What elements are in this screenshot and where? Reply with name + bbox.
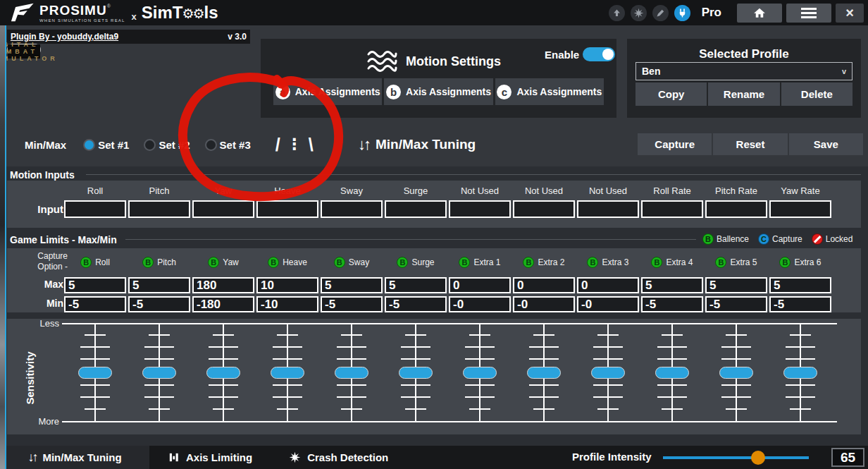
min-extra-2-box[interactable]: -0	[513, 296, 575, 312]
plug-icon[interactable]	[674, 5, 690, 21]
game-video-thumbnail[interactable]: DIGITAL COMBAT SIMULATOR DCS	[7, 44, 41, 56]
max-heave-box[interactable]: 10	[256, 277, 318, 293]
input-box-pitch-1[interactable]	[128, 200, 190, 218]
slider-thumb[interactable]	[206, 367, 240, 379]
set-radio-1[interactable]: Set #1	[83, 139, 129, 151]
capture-option-extra-6[interactable]: BExtra 6	[768, 257, 833, 268]
min-extra-6-box[interactable]: -5	[769, 296, 831, 312]
balance-icon[interactable]: B	[80, 257, 92, 268]
balance-icon[interactable]: B	[651, 257, 662, 268]
profile-dropdown[interactable]: Ben v	[636, 62, 852, 80]
capture-option-sway[interactable]: BSway	[319, 257, 384, 268]
tab-min-max-tuning[interactable]: ↓↑Min/Max Tuning	[0, 446, 149, 469]
burst-icon[interactable]	[631, 5, 647, 21]
upload-icon[interactable]	[609, 5, 625, 21]
axis-assignments-button-b[interactable]: bAxis Assignments	[384, 78, 492, 105]
slider-thumb[interactable]	[399, 367, 433, 379]
input-box-heave-3[interactable]	[256, 200, 318, 218]
sensitivity-slider-11[interactable]	[719, 319, 753, 426]
profile-intensity-thumb[interactable]	[751, 451, 765, 465]
capture-option-surge[interactable]: BSurge	[383, 257, 448, 268]
delete-button[interactable]: Delete	[781, 83, 852, 106]
balance-icon[interactable]: B	[142, 257, 154, 268]
input-box-not-used-6[interactable]	[449, 200, 511, 218]
balance-icon[interactable]: B	[779, 257, 790, 268]
input-box-not-used-8[interactable]	[577, 200, 639, 218]
slider-thumb[interactable]	[655, 367, 689, 379]
capture-option-roll[interactable]: BRoll	[63, 257, 128, 268]
min-extra-5-box[interactable]: -5	[705, 296, 767, 312]
slider-thumb[interactable]	[142, 367, 176, 379]
input-box-pitch-rate-10[interactable]	[705, 200, 767, 218]
max-yaw-box[interactable]: 180	[192, 277, 254, 293]
tab-crash-detection[interactable]: Crash Detection	[271, 446, 407, 469]
input-box-roll-rate-9[interactable]	[641, 200, 703, 218]
capture-option-extra-5[interactable]: BExtra 5	[704, 257, 769, 268]
sensitivity-slider-10[interactable]	[655, 319, 689, 426]
balance-icon[interactable]: B	[459, 257, 470, 268]
capture-option-heave[interactable]: BHeave	[255, 257, 320, 268]
pencil-icon[interactable]	[652, 5, 669, 21]
balance-icon[interactable]: B	[715, 257, 726, 268]
slider-thumb[interactable]	[719, 367, 753, 379]
min-extra-1-box[interactable]: -0	[449, 296, 511, 312]
balance-icon[interactable]: B	[397, 257, 408, 268]
capture-option-extra-2[interactable]: BExtra 2	[512, 257, 576, 268]
balance-icon[interactable]: B	[523, 257, 534, 268]
slider-thumb[interactable]	[783, 367, 817, 379]
reset-button[interactable]: Reset	[713, 133, 787, 155]
capture-option-extra-1[interactable]: BExtra 1	[447, 257, 512, 268]
sensitivity-slider-3[interactable]	[206, 319, 240, 426]
min-sway-box[interactable]: -5	[321, 296, 383, 312]
balance-icon[interactable]: B	[587, 257, 598, 268]
capture-button[interactable]: Capture	[638, 133, 712, 155]
input-box-roll-0[interactable]	[64, 200, 126, 218]
sensitivity-slider-12[interactable]	[783, 319, 817, 426]
rename-button[interactable]: Rename	[708, 83, 779, 106]
input-box-not-used-7[interactable]	[513, 200, 575, 218]
max-extra-2-box[interactable]: 0	[513, 277, 575, 293]
balance-icon[interactable]: B	[268, 257, 279, 268]
min-roll-box[interactable]: -5	[64, 296, 126, 312]
min-surge-box[interactable]: -5	[385, 296, 447, 312]
profile-intensity-slider[interactable]	[663, 456, 809, 459]
capture-option-pitch[interactable]: BPitch	[127, 257, 192, 268]
slider-thumb[interactable]	[271, 367, 304, 379]
min-yaw-box[interactable]: -180	[192, 296, 254, 312]
capture-option-yaw[interactable]: BYaw	[191, 257, 256, 268]
slider-thumb[interactable]	[463, 367, 497, 379]
max-extra-4-box[interactable]: 5	[641, 277, 703, 293]
min-heave-box[interactable]: -10	[256, 296, 318, 312]
max-extra-1-box[interactable]: 0	[449, 277, 511, 293]
slider-thumb[interactable]	[527, 367, 561, 379]
sensitivity-slider-6[interactable]	[399, 319, 433, 426]
sensitivity-slider-5[interactable]	[335, 319, 368, 426]
set-radio-3[interactable]: Set #3	[205, 139, 251, 151]
sensitivity-slider-8[interactable]	[527, 319, 561, 426]
slider-thumb[interactable]	[591, 367, 625, 379]
capture-option-extra-4[interactable]: BExtra 4	[640, 257, 705, 268]
balance-icon[interactable]: B	[208, 257, 219, 268]
max-surge-box[interactable]: 5	[385, 277, 447, 293]
min-extra-3-box[interactable]: -0	[577, 296, 639, 312]
slider-thumb[interactable]	[335, 367, 368, 379]
max-sway-box[interactable]: 5	[321, 277, 383, 293]
min-pitch-box[interactable]: -5	[128, 296, 190, 312]
max-pitch-box[interactable]: 5	[128, 277, 190, 293]
axis-assignments-button-c[interactable]: cAxis Assignments	[495, 78, 604, 105]
max-roll-box[interactable]: 5	[64, 277, 126, 293]
menu-button[interactable]	[786, 4, 831, 23]
max-extra-3-box[interactable]: 0	[577, 277, 639, 293]
axis-assignments-button-a[interactable]: aAxis Assignments	[273, 78, 382, 105]
sensitivity-slider-7[interactable]	[463, 319, 497, 426]
sensitivity-slider-4[interactable]	[271, 319, 304, 426]
slider-thumb[interactable]	[78, 367, 112, 379]
balance-icon[interactable]: B	[334, 257, 345, 268]
enable-toggle[interactable]	[583, 47, 615, 61]
input-box-sway-4[interactable]	[321, 200, 383, 218]
sensitivity-slider-1[interactable]	[78, 319, 112, 426]
save-button[interactable]: Save	[789, 133, 863, 155]
close-button[interactable]: ×	[836, 4, 864, 23]
input-box-yaw-2[interactable]	[192, 200, 254, 218]
set-radio-2[interactable]: Set #2	[144, 139, 190, 151]
